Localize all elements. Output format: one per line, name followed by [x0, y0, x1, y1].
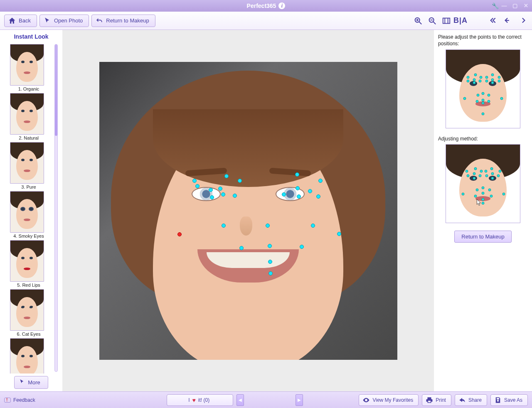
face-point[interactable] — [239, 246, 244, 250]
zoom-in-button[interactable] — [412, 15, 424, 27]
ref-point — [485, 170, 488, 173]
face-point[interactable] — [295, 172, 299, 177]
svg-line-1 — [419, 22, 422, 24]
right-panel: Please adjust the points to the correct … — [434, 30, 532, 391]
look-label: 1. Organic — [10, 86, 47, 91]
ref-point — [474, 74, 477, 76]
face-point[interactable] — [268, 260, 272, 264]
face-point[interactable] — [316, 194, 320, 199]
look-thumb[interactable]: 1. Organic — [10, 44, 47, 91]
ref-point — [482, 198, 485, 201]
ref-point — [498, 76, 501, 79]
face-point[interactable] — [177, 232, 182, 236]
ref-point — [467, 76, 470, 79]
ref-point — [467, 175, 470, 177]
bottombar: Feedback I ♥ it! (0) ◀ ▶ View My Favorit… — [0, 391, 532, 408]
face-point[interactable] — [282, 192, 286, 197]
view-favorites-button[interactable]: View My Favorites — [359, 394, 419, 406]
look-thumb[interactable]: 4. Smoky Eyes — [10, 191, 47, 238]
face-point[interactable] — [221, 192, 225, 197]
scrollbar-handle[interactable] — [55, 44, 57, 136]
face-point[interactable] — [296, 186, 300, 190]
pointer-icon — [19, 379, 25, 386]
ref-point — [491, 81, 494, 84]
ref-point — [485, 80, 488, 83]
face-point[interactable] — [318, 179, 323, 183]
ref-point — [474, 195, 477, 198]
face-point[interactable] — [300, 245, 304, 249]
print-button[interactable]: Print — [422, 394, 451, 406]
back-label: Back — [19, 17, 31, 24]
face-point[interactable] — [210, 195, 214, 199]
ref-point — [482, 202, 485, 205]
face-point[interactable] — [222, 224, 226, 228]
return-makeup-button[interactable]: Return to Makeup — [91, 15, 155, 27]
minimize-button[interactable]: — — [500, 2, 508, 9]
ref-point — [480, 170, 483, 173]
face-point[interactable] — [195, 184, 200, 188]
love-it-button[interactable]: I ♥ it! (0) — [167, 394, 233, 406]
info-icon[interactable]: i — [278, 2, 285, 9]
undo-button[interactable] — [502, 15, 514, 27]
sidebar: Instant Look 1. Organic2. Natural3. Pure… — [0, 30, 62, 391]
ref-point — [490, 167, 493, 170]
save-icon — [494, 396, 502, 404]
face-point[interactable] — [337, 232, 341, 236]
ref-point — [488, 100, 490, 103]
share-button[interactable]: Share — [455, 394, 487, 406]
method-label: Adjusting method: — [438, 136, 528, 142]
fit-screen-button[interactable] — [441, 15, 452, 27]
face-point[interactable] — [266, 224, 270, 228]
more-button[interactable]: More — [14, 376, 48, 389]
look-label: 2. Natural — [10, 135, 47, 140]
save-as-button[interactable]: Save As — [490, 394, 528, 406]
look-thumb[interactable] — [10, 338, 47, 374]
home-icon — [8, 17, 16, 25]
face-point[interactable] — [311, 224, 315, 228]
look-thumb[interactable]: 5. Red Lips — [10, 240, 47, 288]
undo-all-button[interactable] — [488, 15, 500, 27]
look-thumb[interactable]: 2. Natural — [10, 93, 47, 140]
back-button[interactable]: Back — [4, 15, 37, 27]
look-thumb[interactable]: 3. Pure — [10, 142, 47, 189]
feedback-icon — [4, 398, 11, 403]
ref-point — [482, 192, 485, 194]
settings-wrench-icon[interactable]: 🔧 — [492, 2, 499, 9]
sidebar-scrollbar[interactable] — [54, 44, 58, 372]
close-button[interactable]: ✕ — [522, 2, 530, 9]
return-makeup-side-button[interactable]: Return to Makeup — [454, 231, 511, 243]
prev-button[interactable]: ◀ — [236, 394, 244, 406]
face-point[interactable] — [233, 194, 237, 198]
face-point[interactable] — [218, 187, 222, 191]
ref-point — [488, 94, 490, 97]
face-point[interactable] — [268, 244, 272, 248]
maximize-button[interactable]: ▢ — [511, 2, 519, 9]
ref-point — [465, 170, 468, 173]
feedback-link[interactable]: Feedback — [4, 397, 35, 403]
ref-point — [491, 172, 494, 175]
face-point[interactable] — [297, 194, 301, 199]
face-point[interactable] — [224, 174, 229, 178]
ref-point — [491, 78, 494, 81]
zoom-out-button[interactable] — [426, 15, 438, 27]
before-after-toggle[interactable]: B|A — [455, 15, 466, 27]
ref-point — [467, 80, 470, 83]
face-point[interactable] — [268, 271, 273, 275]
face-point[interactable] — [238, 179, 242, 183]
next-button[interactable]: ▶ — [296, 394, 303, 406]
reference-image-2 — [446, 144, 520, 223]
face-point[interactable] — [192, 179, 197, 183]
face-point[interactable] — [209, 188, 213, 192]
face-point[interactable] — [308, 189, 312, 193]
nav-strip: ◀ ▶ — [236, 394, 303, 406]
main-photo[interactable] — [99, 62, 397, 360]
ref-point — [478, 175, 481, 177]
toolbar: Back Open Photo Return to Makeup B|A — [0, 12, 532, 30]
feedback-label: Feedback — [13, 397, 35, 403]
redo-button[interactable] — [516, 15, 528, 27]
open-photo-button[interactable]: Open Photo — [39, 15, 89, 27]
share-icon — [458, 396, 466, 404]
ref-point — [491, 177, 494, 180]
look-thumb[interactable]: 6. Cat Eyes — [10, 289, 47, 337]
svg-line-5 — [433, 22, 436, 24]
